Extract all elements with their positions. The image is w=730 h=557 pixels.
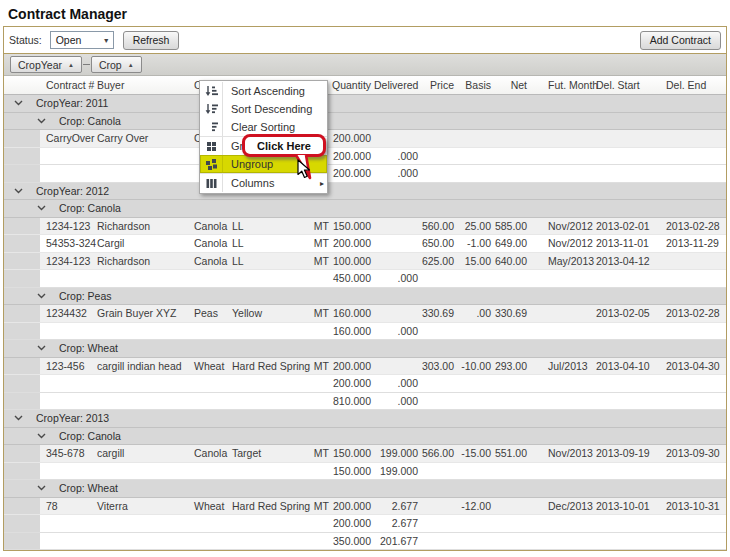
- row-indent: [4, 323, 40, 340]
- collapse-chevron-icon[interactable]: [14, 188, 23, 194]
- year-group-row[interactable]: CropYear: 2011: [4, 95, 726, 113]
- cell-unit: MT: [303, 220, 332, 232]
- row-indent: [4, 305, 40, 322]
- contract-row[interactable]: 1234-123RichardsonCanolaLLMT150.000560.0…: [4, 218, 726, 236]
- column-header-delivered[interactable]: Delivered: [374, 79, 421, 91]
- contract-row[interactable]: 1234432Grain Buyer XYZPeasYellowMT160.00…: [4, 305, 726, 323]
- toolbar: Status: Open ▼ Refresh Add Contract: [4, 27, 726, 54]
- column-header-basis[interactable]: Basis: [457, 79, 494, 91]
- cell-del_end: 2013-02-28: [654, 307, 724, 319]
- contract-row[interactable]: 345-678cargillCanolaTargetMT150.000199.0…: [4, 445, 726, 463]
- column-header-fut_month[interactable]: Fut. Month: [530, 79, 586, 91]
- cell-buyer: Richardson: [92, 220, 189, 232]
- contract-row[interactable]: 123-456cargill indian headWheatHard Red …: [4, 358, 726, 376]
- column-header-price[interactable]: Price: [421, 79, 457, 91]
- crop-group-row[interactable]: Crop: Canola: [4, 200, 726, 218]
- column-header-buyer[interactable]: Buyer: [92, 79, 189, 91]
- collapse-chevron-icon[interactable]: [37, 485, 46, 491]
- crop-group-row[interactable]: Crop: Canola: [4, 428, 726, 446]
- column-header-contract[interactable]: Contract #: [40, 79, 92, 91]
- cell-delivered: 201.677: [374, 535, 421, 547]
- grid-frame: Status: Open ▼ Refresh Add Contract Crop…: [3, 26, 727, 551]
- row-indent: [4, 358, 40, 375]
- cell-contract: 1234432: [40, 307, 92, 319]
- contract-manager-page: Contract Manager Status: Open ▼ Refresh …: [0, 0, 730, 557]
- group-chip-label: CropYear: [18, 59, 62, 71]
- cell-buyer: Richardson: [92, 255, 189, 267]
- cell-unit: MT: [303, 360, 332, 372]
- year-group-row[interactable]: CropYear: 2012: [4, 183, 726, 201]
- cell-contract: 78: [40, 500, 92, 512]
- collapse-chevron-icon[interactable]: [37, 118, 46, 124]
- contract-row[interactable]: 78ViterraWheatHard Red SpringMT200.0002.…: [4, 498, 726, 516]
- collapse-chevron-icon[interactable]: [37, 433, 46, 439]
- row-indent: [4, 130, 40, 147]
- cell-fut_month: Dec/2013: [530, 500, 586, 512]
- collapse-chevron-icon[interactable]: [37, 345, 46, 351]
- column-header-del_start[interactable]: Del. Start: [586, 79, 654, 91]
- cell-fut_month: Nov/2012: [530, 220, 586, 232]
- cell-price: 650.00: [421, 237, 457, 249]
- chip-connector: [83, 64, 90, 65]
- cell-quantity: 200.000: [332, 500, 374, 512]
- cell-price: 330.69: [421, 307, 457, 319]
- collapse-chevron-icon[interactable]: [14, 415, 23, 421]
- cell-delivered: .000: [374, 167, 421, 179]
- contract-row[interactable]: CarryOverCarry OverCanola200.000: [4, 130, 726, 148]
- year-group-row[interactable]: CropYear: 2013: [4, 410, 726, 428]
- refresh-button[interactable]: Refresh: [123, 31, 180, 50]
- crop-group-row[interactable]: Crop: Canola: [4, 113, 726, 131]
- cell-quantity: 350.000: [332, 535, 374, 547]
- group-row-label: Crop: Wheat: [59, 342, 118, 354]
- group-chip-crop[interactable]: Crop▲: [91, 56, 142, 73]
- cell-commodity: Yellow: [227, 307, 303, 319]
- cell-fut_month: Nov/2013: [530, 447, 586, 459]
- contract-row[interactable]: 54353-324CargilCanolaLLMT200.000650.00-1…: [4, 235, 726, 253]
- row-indent: [4, 218, 40, 235]
- cell-del_start: 2013-04-12: [586, 255, 654, 267]
- column-header-quantity[interactable]: Quantity: [332, 79, 374, 91]
- row-indent: [4, 235, 40, 252]
- cell-delivered: .000: [374, 395, 421, 407]
- cell-crop: Canola: [189, 220, 227, 232]
- group-summary-row: 350.000201.677: [4, 533, 726, 551]
- add-contract-button[interactable]: Add Contract: [640, 31, 721, 50]
- group-row-label: CropYear: 2011: [36, 97, 108, 109]
- collapse-chevron-icon[interactable]: [14, 100, 23, 106]
- menu-item-label: Ungroup: [223, 158, 273, 170]
- menu-item-label: Sort Descending: [223, 103, 312, 115]
- row-indent: [4, 393, 40, 410]
- cell-buyer: cargill: [92, 447, 189, 459]
- column-header-net[interactable]: Net: [494, 79, 530, 91]
- collapse-chevron-icon[interactable]: [37, 293, 46, 299]
- contract-row[interactable]: 1234-123RichardsonCanolaLLMT100.000625.0…: [4, 253, 726, 271]
- sort-descending-icon: [200, 100, 223, 118]
- cell-delivered: 199.000: [374, 447, 421, 459]
- cell-quantity: 200.000: [332, 517, 374, 529]
- cell-del_start: 2013-02-05: [586, 307, 654, 319]
- cell-fut_month: May/2013: [530, 255, 586, 267]
- cell-net: 585.00: [494, 220, 530, 232]
- group-chip-cropyear[interactable]: CropYear▲: [10, 56, 82, 73]
- crop-group-row[interactable]: Crop: Wheat: [4, 340, 726, 358]
- sort-ascending-arrow-icon: ▲: [128, 62, 134, 68]
- menu-item-sort-ascending[interactable]: Sort Ascending: [200, 82, 327, 100]
- menu-item-sort-descending[interactable]: Sort Descending: [200, 100, 327, 118]
- crop-group-row[interactable]: Crop: Wheat: [4, 480, 726, 498]
- cell-net: 551.00: [494, 447, 530, 459]
- cell-price: 566.00: [421, 447, 457, 459]
- group-row-label: Crop: Peas: [59, 290, 112, 302]
- group-chip-label: Crop: [99, 59, 122, 71]
- crop-group-row[interactable]: Crop: Peas: [4, 288, 726, 306]
- column-header-del_end[interactable]: Del. End: [654, 79, 724, 91]
- cell-net: 640.00: [494, 255, 530, 267]
- menu-item-label: Sort Ascending: [223, 85, 305, 97]
- status-select[interactable]: Open ▼: [50, 31, 114, 49]
- group-row-label: Crop: Canola: [59, 115, 121, 127]
- cell-net: 293.00: [494, 360, 530, 372]
- cell-basis: 15.00: [457, 255, 494, 267]
- cell-del_start: 2013-04-10: [586, 360, 654, 372]
- collapse-chevron-icon[interactable]: [37, 205, 46, 211]
- cell-contract: 1234-123: [40, 220, 92, 232]
- cell-quantity: 160.000: [332, 307, 374, 319]
